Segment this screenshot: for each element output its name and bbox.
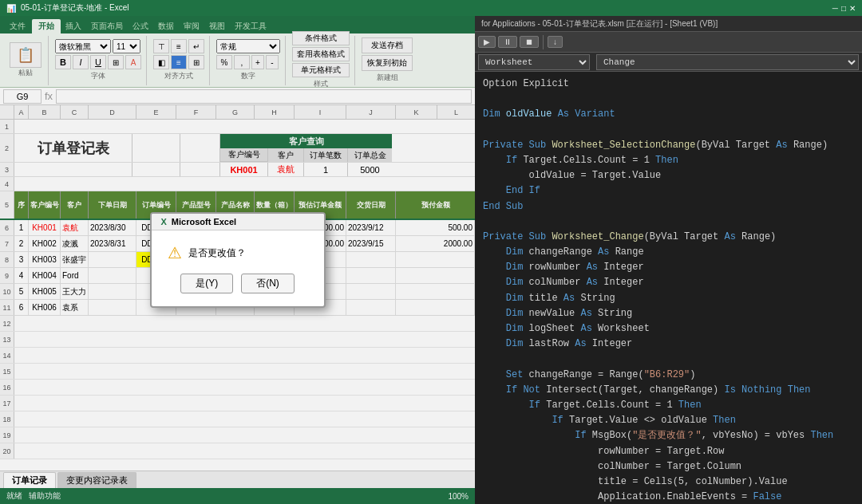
vba-title-bar: for Applications - 05-01-订单登记表.xlsm [正在运…	[475, 16, 862, 32]
code-sub2-set: Set changeRange = Range("B6:R29")	[483, 368, 854, 383]
modal-message-text: 是否更改值？	[188, 246, 246, 260]
modal-cancel-button[interactable]: 否(N)	[241, 274, 295, 293]
vba-code-area[interactable]: Option Explicit Dim oldValue As Variant …	[475, 72, 862, 504]
vba-step-btn[interactable]: ↓	[548, 36, 563, 48]
vba-window-title: for Applications - 05-01-订单登记表.xlsm [正在运…	[481, 18, 718, 30]
module-selector[interactable]: Worksheet	[478, 54, 590, 70]
vba-run-btn[interactable]: ▶	[478, 36, 496, 48]
excel-panel: 文件 开始 插入 页面布局 公式 数据 审阅 视图 开发工具 📋 粘贴	[0, 16, 475, 504]
code-blank-1	[483, 92, 854, 107]
modal-overlay: X Microsoft Excel ⚠ 是否更改值？ 是(Y) 否(N)	[0, 16, 475, 504]
modal-ok-button[interactable]: 是(Y)	[180, 274, 233, 293]
modal-title-bar: X Microsoft Excel	[152, 214, 324, 230]
excel-logo-icon: X	[161, 217, 167, 226]
code-line-1: Option Explicit	[483, 77, 854, 92]
title-bar: 📊 05-01-订单登记表-地准 - Excel ─ □ ✕	[0, 0, 862, 16]
code-sub2-l4: Application.EnableEvents = False	[483, 490, 854, 504]
code-sub2-if1: If Not Intersect(Target, changeRange) Is…	[483, 383, 854, 398]
code-sub2-l2: colNumber = Target.Column	[483, 459, 854, 474]
code-sub2-d6: Dim logSheet As Worksheet	[483, 321, 854, 337]
close-btn[interactable]: ✕	[849, 4, 856, 13]
code-blank-4	[483, 352, 854, 367]
modal-message-row: ⚠ 是否更改值？	[168, 243, 308, 262]
code-sub1-end: End Sub	[483, 199, 854, 215]
code-sub2-if4: If MsgBox("是否更改值？", vbYesNo) = vbYes The…	[483, 428, 854, 443]
code-sub2-header: Private Sub Worksheet_Change(ByVal Targe…	[483, 230, 854, 245]
code-sub2-d4: Dim title As String	[483, 291, 854, 306]
modal-body: ⚠ 是否更改值？ 是(Y) 否(N)	[152, 230, 324, 306]
code-sub2-d3: Dim colNumber As Integer	[483, 275, 854, 290]
modal-dialog: X Microsoft Excel ⚠ 是否更改值？ 是(Y) 否(N)	[150, 212, 326, 308]
code-sub2-if3: If Target.Value <> oldValue Then	[483, 413, 854, 428]
modal-title-text: Microsoft Excel	[172, 217, 236, 226]
warning-icon: ⚠	[168, 243, 182, 262]
code-sub1-header: Private Sub Worksheet_SelectionChange(By…	[483, 138, 854, 153]
vba-stop-btn[interactable]: ⏹	[520, 36, 539, 48]
vba-module-bar: Worksheet Change	[475, 53, 862, 72]
code-sub2-d5: Dim newValue As String	[483, 306, 854, 321]
code-blank-3	[483, 215, 854, 230]
excel-icon: 📊	[6, 4, 16, 13]
vba-pause-btn[interactable]: ⏸	[498, 36, 517, 48]
vba-editor-panel: for Applications - 05-01-订单登记表.xlsm [正在运…	[475, 16, 862, 504]
code-sub2-l1: rowNumber = Target.Row	[483, 444, 854, 459]
code-sub2-l3: title = Cells(5, colNumber).Value	[483, 474, 854, 490]
code-sub2-d7: Dim lastRow As Integer	[483, 337, 854, 352]
window-title: 05-01-订单登记表-地准 - Excel	[21, 2, 129, 14]
code-sub2-if2: If Target.Cells.Count = 1 Then	[483, 398, 854, 413]
vba-toolbar: ▶ ⏸ ⏹ ↓	[475, 32, 862, 53]
toolbar-sep	[543, 35, 544, 49]
code-sub1-l3: End If	[483, 183, 854, 199]
code-sub2-d2: Dim rowNumber As Integer	[483, 260, 854, 275]
procedure-selector[interactable]: Change	[596, 54, 859, 70]
maximize-btn[interactable]: □	[841, 4, 846, 13]
code-sub1-l1: If Target.Cells.Count = 1 Then	[483, 153, 854, 168]
minimize-btn[interactable]: ─	[832, 4, 838, 13]
code-sub2-d1: Dim changeRange As Range	[483, 245, 854, 260]
code-line-dim: Dim oldValue As Variant	[483, 107, 854, 122]
code-blank-2	[483, 123, 854, 138]
modal-buttons: 是(Y) 否(N)	[168, 274, 308, 293]
code-sub1-l2: oldValue = Target.Value	[483, 168, 854, 183]
